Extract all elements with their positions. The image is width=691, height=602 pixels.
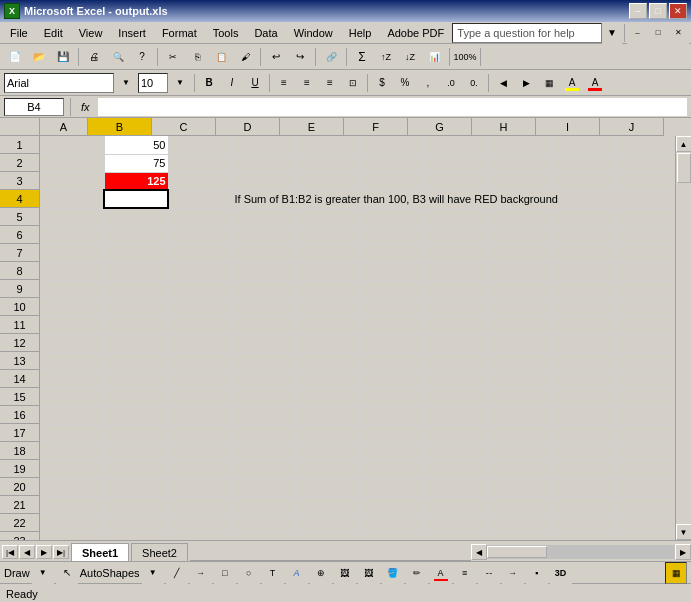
border-button[interactable]: ▦ — [538, 72, 560, 94]
cell-D6[interactable] — [232, 226, 296, 244]
align-center-button[interactable]: ≡ — [296, 72, 318, 94]
row-header-21[interactable]: 21 — [0, 496, 40, 514]
zoom-dropdown-button[interactable]: 100% — [454, 46, 476, 68]
cell-E15[interactable] — [296, 388, 360, 406]
cell-B12[interactable] — [104, 334, 168, 352]
cell-F1[interactable] — [360, 136, 424, 154]
cell-A15[interactable] — [40, 388, 104, 406]
row-header-7[interactable]: 7 — [0, 244, 40, 262]
cell-G3[interactable] — [424, 172, 488, 190]
cell-F3[interactable] — [360, 172, 424, 190]
cell-A18[interactable] — [40, 442, 104, 460]
wordart-button[interactable]: A — [286, 562, 308, 584]
scroll-up-button[interactable]: ▲ — [676, 136, 692, 152]
cell-J12[interactable] — [616, 334, 675, 352]
cell-D12[interactable] — [232, 334, 296, 352]
cell-G15[interactable] — [424, 388, 488, 406]
cell-B5[interactable] — [104, 208, 168, 226]
cell-D23[interactable] — [232, 532, 296, 540]
scroll-track[interactable] — [676, 152, 692, 524]
cell-H19[interactable] — [488, 460, 552, 478]
cell-C7[interactable] — [168, 244, 232, 262]
cell-E22[interactable] — [296, 514, 360, 532]
cell-B1[interactable]: 50 — [104, 136, 168, 154]
cell-F21[interactable] — [360, 496, 424, 514]
cell-J15[interactable] — [616, 388, 675, 406]
grid-toggle-button[interactable]: ▦ — [665, 562, 687, 584]
cell-J16[interactable] — [616, 406, 675, 424]
cell-I2[interactable] — [552, 154, 616, 172]
cell-H2[interactable] — [488, 154, 552, 172]
col-header-H[interactable]: H — [472, 118, 536, 136]
cell-C1[interactable] — [168, 136, 232, 154]
h-scroll-right-button[interactable]: ▶ — [675, 544, 691, 560]
cell-C13[interactable] — [168, 352, 232, 370]
cell-C2[interactable] — [168, 154, 232, 172]
cell-A12[interactable] — [40, 334, 104, 352]
cell-H23[interactable] — [488, 532, 552, 540]
paste-button[interactable]: 📋 — [210, 46, 232, 68]
cell-F20[interactable] — [360, 478, 424, 496]
cell-C16[interactable] — [168, 406, 232, 424]
font-color-btn2[interactable]: A — [430, 562, 452, 584]
col-header-F[interactable]: F — [344, 118, 408, 136]
scroll-down-button[interactable]: ▼ — [676, 524, 692, 540]
cell-I20[interactable] — [552, 478, 616, 496]
cell-B22[interactable] — [104, 514, 168, 532]
cell-G11[interactable] — [424, 316, 488, 334]
cell-J20[interactable] — [616, 478, 675, 496]
cell-F18[interactable] — [360, 442, 424, 460]
col-header-I[interactable]: I — [536, 118, 600, 136]
cell-E3[interactable] — [296, 172, 360, 190]
cut-button[interactable]: ✂ — [162, 46, 184, 68]
row-header-20[interactable]: 20 — [0, 478, 40, 496]
cell-J1[interactable] — [616, 136, 675, 154]
cell-H20[interactable] — [488, 478, 552, 496]
menu-view[interactable]: View — [71, 25, 111, 41]
cell-G8[interactable] — [424, 262, 488, 280]
cell-reference-input[interactable] — [4, 98, 64, 116]
font-name-input[interactable] — [4, 73, 114, 93]
cell-C5[interactable] — [168, 208, 232, 226]
cell-I19[interactable] — [552, 460, 616, 478]
cell-A5[interactable] — [40, 208, 104, 226]
row-header-5[interactable]: 5 — [0, 208, 40, 226]
tab-prev-button[interactable]: ◀ — [19, 545, 35, 559]
scroll-thumb[interactable] — [677, 153, 691, 183]
cell-J10[interactable] — [616, 298, 675, 316]
cell-D11[interactable] — [232, 316, 296, 334]
cell-D20[interactable] — [232, 478, 296, 496]
cell-E7[interactable] — [296, 244, 360, 262]
row-header-2[interactable]: 2 — [0, 154, 40, 172]
cell-D5[interactable] — [232, 208, 296, 226]
cell-A23[interactable] — [40, 532, 104, 540]
cell-J8[interactable] — [616, 262, 675, 280]
cell-J14[interactable] — [616, 370, 675, 388]
cell-I9[interactable] — [552, 280, 616, 298]
row-header-14[interactable]: 14 — [0, 370, 40, 388]
new-button[interactable]: 📄 — [4, 46, 26, 68]
cell-E6[interactable] — [296, 226, 360, 244]
cell-G21[interactable] — [424, 496, 488, 514]
cell-B18[interactable] — [104, 442, 168, 460]
cell-B16[interactable] — [104, 406, 168, 424]
cell-G10[interactable] — [424, 298, 488, 316]
cell-G18[interactable] — [424, 442, 488, 460]
save-button[interactable]: 💾 — [52, 46, 74, 68]
cell-E12[interactable] — [296, 334, 360, 352]
cell-J23[interactable] — [616, 532, 675, 540]
cell-A21[interactable] — [40, 496, 104, 514]
h-scroll-left-button[interactable]: ◀ — [471, 544, 487, 560]
cell-J3[interactable] — [616, 172, 675, 190]
cell-H18[interactable] — [488, 442, 552, 460]
currency-button[interactable]: $ — [371, 72, 393, 94]
cell-C19[interactable] — [168, 460, 232, 478]
cell-G17[interactable] — [424, 424, 488, 442]
cell-F6[interactable] — [360, 226, 424, 244]
cell-F22[interactable] — [360, 514, 424, 532]
cell-A10[interactable] — [40, 298, 104, 316]
cell-F19[interactable] — [360, 460, 424, 478]
cell-J9[interactable] — [616, 280, 675, 298]
cell-F14[interactable] — [360, 370, 424, 388]
cell-H22[interactable] — [488, 514, 552, 532]
